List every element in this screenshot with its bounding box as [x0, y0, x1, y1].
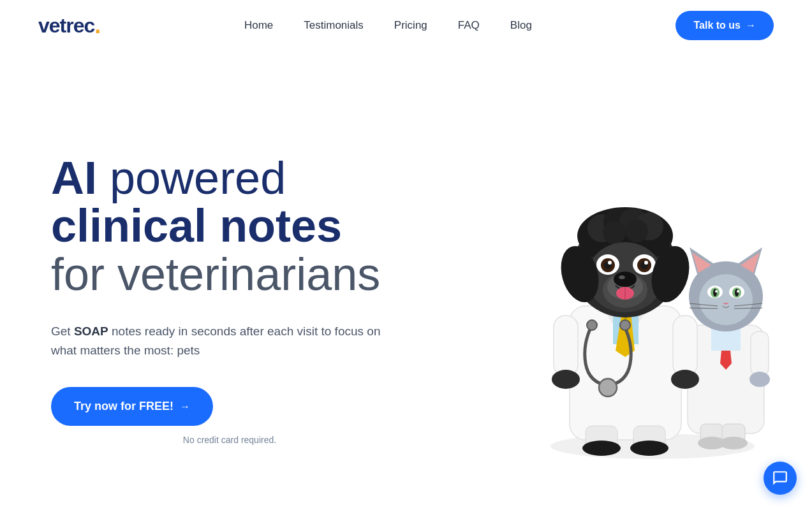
try-free-arrow-icon: → [180, 401, 190, 412]
cta-section: Try now for FREE! → No credit card requi… [51, 387, 408, 445]
svg-point-73 [644, 261, 648, 265]
try-free-button[interactable]: Try now for FREE! → [51, 387, 213, 426]
subtext-pre: Get [51, 324, 74, 338]
arrow-icon: → [746, 20, 756, 31]
svg-point-46 [671, 370, 699, 389]
main-nav: Home Testimonials Pricing FAQ Blog [244, 19, 532, 32]
logo-vet: vet [38, 14, 66, 38]
svg-rect-43 [554, 316, 578, 376]
hero-clinical-notes: clinical notes [51, 202, 408, 251]
nav-home[interactable]: Home [244, 19, 273, 32]
svg-point-50 [630, 441, 668, 456]
hero-subtext: Get SOAP notes ready in seconds after ea… [51, 322, 408, 361]
hero-powered: powered [97, 152, 286, 203]
svg-point-57 [603, 221, 626, 244]
svg-point-10 [749, 372, 770, 387]
svg-point-27 [715, 290, 718, 293]
nav-pricing[interactable]: Pricing [394, 19, 427, 32]
svg-point-49 [582, 441, 621, 456]
svg-point-16 [699, 274, 753, 325]
logo-rec: rec [66, 14, 94, 38]
svg-point-63 [619, 275, 625, 279]
svg-point-62 [614, 272, 637, 287]
logo[interactable]: vetrec. [38, 14, 100, 38]
svg-point-58 [625, 219, 648, 242]
svg-point-40 [620, 320, 630, 330]
talk-to-us-button[interactable]: Talk to us → [675, 11, 774, 40]
svg-rect-44 [673, 316, 697, 376]
svg-point-45 [552, 370, 580, 389]
nav-testimonials[interactable]: Testimonials [304, 19, 364, 32]
hero-illustration [493, 26, 812, 459]
vet-animals-svg [519, 76, 786, 459]
subtext-soap: SOAP [74, 324, 108, 338]
svg-point-14 [720, 437, 748, 449]
chat-icon [772, 470, 788, 486]
hero-text: AI powered clinical notes for veterinari… [51, 154, 408, 446]
svg-point-42 [599, 379, 617, 397]
nav-blog[interactable]: Blog [510, 19, 532, 32]
svg-point-26 [735, 289, 739, 296]
hero-ai: AI [51, 152, 97, 203]
svg-point-28 [737, 290, 739, 293]
logo-dot: . [94, 14, 100, 37]
nav-faq[interactable]: FAQ [458, 19, 480, 32]
hero-for-vets: for veterinarians [51, 251, 408, 299]
hero-section: AI powered clinical notes for veterinari… [0, 51, 812, 510]
svg-point-72 [608, 261, 612, 265]
svg-point-41 [587, 320, 597, 330]
talk-to-us-label: Talk to us [693, 20, 741, 31]
svg-point-25 [713, 289, 717, 296]
try-free-label: Try now for FREE! [74, 400, 173, 413]
header: vetrec. Home Testimonials Pricing FAQ Bl… [0, 0, 812, 51]
chat-widget-button[interactable] [764, 462, 797, 495]
svg-rect-8 [751, 332, 769, 376]
hero-headline: AI powered clinical notes for veterinari… [51, 154, 408, 299]
no-credit-text: No credit card required. [51, 435, 408, 445]
